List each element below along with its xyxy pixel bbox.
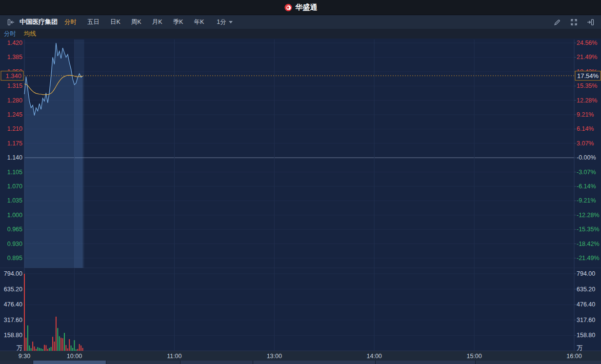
svg-text:794.00: 794.00 [577, 270, 595, 277]
caret-down-icon [229, 21, 233, 23]
svg-text:0.965: 0.965 [7, 226, 22, 233]
svg-text:317.60: 317.60 [4, 317, 22, 324]
svg-text:万: 万 [577, 344, 583, 351]
app-header: 华盛通 [0, 0, 601, 15]
svg-text:476.40: 476.40 [577, 301, 595, 308]
svg-text:万: 万 [17, 344, 23, 351]
svg-text:-3.07%: -3.07% [577, 169, 596, 176]
draw-icon[interactable] [552, 17, 562, 27]
period-value: 1分 [217, 18, 226, 26]
svg-text:317.60: 317.60 [577, 317, 595, 324]
svg-text:1.000: 1.000 [7, 212, 22, 219]
svg-text:1.315: 1.315 [7, 82, 22, 89]
chart-canvas[interactable]: 1.4201.3851.3501.3151.2801.2451.2101.175… [0, 39, 601, 361]
svg-text:1.385: 1.385 [7, 54, 22, 61]
svg-text:-18.42%: -18.42% [577, 241, 600, 247]
svg-text:-0.00%: -0.00% [577, 154, 596, 161]
svg-text:476.40: 476.40 [4, 301, 22, 308]
svg-text:0.895: 0.895 [7, 255, 22, 262]
timeline-scrollbar[interactable] [0, 361, 601, 364]
huasheng-app: 华盛通 中国医疗集团 分时五日日K周K月K季K年K 1分 [0, 0, 601, 364]
current-price-tag: 1.340 [1, 71, 23, 81]
svg-text:1.035: 1.035 [7, 197, 22, 204]
svg-text:1.070: 1.070 [7, 183, 22, 190]
chart-type-tabs: 分时五日日K周K月K季K年K [64, 18, 204, 26]
svg-text:21.49%: 21.49% [577, 54, 597, 61]
svg-text:14:00: 14:00 [367, 353, 382, 360]
scrollbar-segment[interactable] [376, 361, 476, 364]
svg-text:1.175: 1.175 [7, 140, 22, 147]
svg-text:635.20: 635.20 [577, 286, 595, 293]
svg-text:13:00: 13:00 [267, 353, 282, 360]
scrollbar-segment[interactable] [253, 361, 376, 364]
svg-text:1.245: 1.245 [7, 111, 22, 118]
svg-text:9:30: 9:30 [19, 353, 30, 360]
svg-text:24.56%: 24.56% [577, 40, 597, 46]
tab-月K[interactable]: 月K [152, 18, 162, 26]
fullscreen-icon[interactable] [569, 17, 579, 27]
svg-text:17.54%: 17.54% [577, 72, 599, 80]
scrollbar-segment[interactable] [106, 361, 180, 364]
scrollbar-thumb[interactable] [33, 361, 106, 364]
collapse-left-icon[interactable] [6, 17, 16, 27]
tab-年K[interactable]: 年K [194, 18, 204, 26]
time-axis-row [0, 351, 601, 361]
svg-text:15.35%: 15.35% [577, 82, 597, 89]
svg-text:1.105: 1.105 [7, 169, 22, 176]
svg-text:158.80: 158.80 [577, 332, 595, 339]
svg-text:1.210: 1.210 [7, 125, 22, 132]
chart-legend: 分时 均线 [0, 29, 601, 39]
brand-flame-icon [284, 3, 293, 12]
svg-text:11:00: 11:00 [167, 353, 181, 360]
brand-name: 华盛通 [296, 3, 318, 12]
svg-text:158.80: 158.80 [4, 332, 22, 339]
svg-text:0.930: 0.930 [7, 241, 22, 247]
legend-minute-line[interactable]: 分时 [4, 30, 16, 38]
brand: 华盛通 [284, 3, 318, 12]
chart-background [0, 39, 601, 351]
scrollbar-segment[interactable] [180, 361, 253, 364]
svg-text:12.28%: 12.28% [577, 97, 597, 104]
svg-text:1.140: 1.140 [7, 154, 22, 161]
svg-text:-6.14%: -6.14% [577, 183, 596, 190]
tab-季K[interactable]: 季K [173, 18, 183, 26]
chart-toolbar: 中国医疗集团 分时五日日K周K月K季K年K 1分 [0, 15, 601, 29]
svg-text:-9.21%: -9.21% [577, 197, 596, 204]
svg-text:1.340: 1.340 [5, 72, 21, 80]
dock-right-icon[interactable] [585, 17, 595, 27]
svg-text:9.21%: 9.21% [577, 111, 594, 118]
tab-分时[interactable]: 分时 [64, 18, 77, 26]
svg-text:-15.35%: -15.35% [577, 226, 600, 233]
current-percent-tag: 17.54% [575, 71, 601, 81]
svg-text:-21.49%: -21.49% [577, 255, 600, 262]
svg-text:6.14%: 6.14% [577, 125, 594, 132]
stock-name: 中国医疗集团 [20, 18, 58, 26]
svg-text:10:00: 10:00 [67, 353, 82, 360]
scrollbar-segment[interactable] [476, 361, 601, 364]
svg-text:16:00: 16:00 [566, 353, 581, 360]
svg-text:15:00: 15:00 [466, 353, 481, 360]
svg-text:635.20: 635.20 [4, 286, 22, 293]
svg-text:1.280: 1.280 [7, 97, 22, 104]
svg-text:794.00: 794.00 [4, 270, 22, 277]
toolbar-right-icons [552, 17, 595, 27]
scrollbar-segment[interactable] [0, 361, 33, 364]
svg-text:1.420: 1.420 [7, 40, 22, 46]
chart-area: 1.4201.3851.3501.3151.2801.2451.2101.175… [0, 39, 601, 361]
period-select[interactable]: 1分 [217, 18, 232, 26]
svg-text:-12.28%: -12.28% [577, 212, 600, 219]
tab-日K[interactable]: 日K [110, 18, 120, 26]
svg-text:3.07%: 3.07% [577, 140, 594, 147]
tab-五日[interactable]: 五日 [87, 18, 100, 26]
legend-average-line[interactable]: 均线 [24, 30, 36, 38]
tab-周K[interactable]: 周K [131, 18, 141, 26]
